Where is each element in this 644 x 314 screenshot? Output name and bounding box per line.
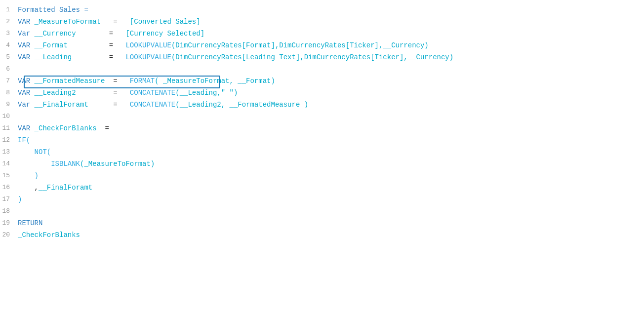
code-token: ( _MeasureToFormat, __Format) bbox=[155, 75, 275, 87]
line-content: NOT( bbox=[18, 146, 642, 158]
line-content: RETURN bbox=[18, 217, 642, 229]
code-line: 15 ) bbox=[0, 170, 644, 182]
code-line: 20_CheckForBlanks bbox=[0, 229, 644, 241]
line-content: VAR __FormatedMeasure = FORMAT( _Measure… bbox=[18, 75, 642, 87]
code-token: _MeasureToFormat bbox=[35, 16, 101, 28]
code-line: 14 ISBLANK(_MeasureToFormat) bbox=[0, 158, 644, 170]
code-line: 11VAR _CheckForBlanks = bbox=[0, 122, 644, 134]
code-line: 18 bbox=[0, 205, 644, 217]
line-number: 12 bbox=[2, 134, 18, 146]
code-token: FORMAT bbox=[130, 75, 155, 87]
code-token: __Leading2 bbox=[35, 87, 76, 99]
code-token: (DimCurrencyRates[Format],DimCurrencyRat… bbox=[171, 39, 429, 51]
code-token: = bbox=[105, 75, 129, 87]
code-token: CONCATENATE bbox=[130, 87, 175, 99]
code-token: Var bbox=[18, 99, 35, 111]
code-token: _CheckForBlanks bbox=[35, 122, 97, 134]
code-token: = bbox=[101, 16, 130, 28]
line-content: Formatted Sales = bbox=[18, 4, 642, 16]
line-content: VAR __Format = LOOKUPVALUE(DimCurrencyRa… bbox=[18, 39, 642, 51]
code-token: RETURN bbox=[18, 217, 42, 229]
code-line: 19RETURN bbox=[0, 217, 644, 229]
code-token: CONCATENATE bbox=[130, 99, 175, 111]
code-line: 6 bbox=[0, 63, 644, 75]
code-line: 10 bbox=[0, 111, 644, 122]
line-content: ,__FinalForamt bbox=[18, 182, 642, 194]
code-token: = bbox=[72, 51, 125, 63]
line-content: Var __FinalForamt = CONCATENATE(__Leadin… bbox=[18, 99, 642, 111]
code-token: (DimCurrencyRates[Leading Text],DimCurre… bbox=[171, 51, 453, 63]
line-number: 14 bbox=[2, 158, 18, 170]
code-token: IF( bbox=[18, 134, 30, 146]
code-token: [Currency Selected] bbox=[125, 28, 204, 39]
line-number: 11 bbox=[2, 122, 18, 134]
code-token: NOT( bbox=[18, 146, 51, 158]
code-line: 9Var __FinalForamt = CONCATENATE(__Leadi… bbox=[0, 99, 644, 111]
line-content: ) bbox=[18, 194, 642, 205]
code-line: 13 NOT( bbox=[0, 146, 644, 158]
code-line: 1Formatted Sales = bbox=[0, 4, 644, 16]
line-content: VAR _CheckForBlanks = bbox=[18, 122, 642, 134]
code-line: 16 ,__FinalForamt bbox=[0, 182, 644, 194]
code-token: VAR bbox=[18, 39, 35, 51]
code-token: VAR bbox=[18, 75, 35, 87]
code-token: = bbox=[76, 87, 130, 99]
code-token: __Currency bbox=[35, 28, 76, 39]
code-token: VAR bbox=[18, 122, 35, 134]
code-token: = bbox=[76, 28, 126, 39]
line-number: 10 bbox=[2, 111, 18, 122]
line-number: 18 bbox=[2, 205, 18, 217]
code-token: = bbox=[97, 122, 109, 134]
line-number: 17 bbox=[2, 194, 18, 205]
code-token: (__Leading," ") bbox=[175, 87, 238, 99]
code-token: LOOKUPVALUE bbox=[125, 39, 171, 51]
line-content: VAR __Leading2 = CONCATENATE(__Leading,"… bbox=[18, 87, 642, 99]
code-line: 17) bbox=[0, 194, 644, 205]
code-token: = bbox=[88, 99, 130, 111]
line-content: Var __Currency = [Currency Selected] bbox=[18, 28, 642, 39]
line-number: 15 bbox=[2, 170, 18, 182]
code-line: 12IF( bbox=[0, 134, 644, 146]
code-token: VAR bbox=[18, 16, 35, 28]
code-line: 2VAR _MeasureToFormat = [Converted Sales… bbox=[0, 16, 644, 28]
line-content: VAR _MeasureToFormat = [Converted Sales] bbox=[18, 16, 642, 28]
line-content: VAR __Leading = LOOKUPVALUE(DimCurrencyR… bbox=[18, 51, 642, 63]
line-number: 20 bbox=[2, 229, 18, 241]
code-token: (__Leading2, __FormatedMeasure ) bbox=[175, 99, 308, 111]
line-content: ) bbox=[18, 170, 642, 182]
code-token: , bbox=[18, 182, 39, 194]
code-token: ) bbox=[18, 170, 39, 182]
line-number: 9 bbox=[2, 99, 18, 111]
line-number: 8 bbox=[2, 87, 18, 99]
code-line: 7VAR __FormatedMeasure = FORMAT( _Measur… bbox=[0, 75, 644, 87]
code-token: VAR bbox=[18, 87, 35, 99]
code-token: (_MeasureToFormat) bbox=[80, 158, 155, 170]
line-content: IF( bbox=[18, 134, 642, 146]
line-content: _CheckForBlanks bbox=[18, 229, 642, 241]
code-token: [Converted Sales] bbox=[130, 16, 201, 28]
code-token: ) bbox=[18, 194, 22, 205]
code-token: LOOKUPVALUE bbox=[125, 51, 171, 63]
line-number: 7 bbox=[2, 75, 18, 87]
code-token: = bbox=[68, 39, 126, 51]
code-token: __Leading bbox=[35, 51, 72, 63]
code-line: 5VAR __Leading = LOOKUPVALUE(DimCurrency… bbox=[0, 51, 644, 63]
code-line: 8VAR __Leading2 = CONCATENATE(__Leading,… bbox=[0, 87, 644, 99]
code-token: _CheckForBlanks bbox=[18, 229, 80, 241]
code-token: __FinalForamt bbox=[39, 182, 92, 194]
line-number: 1 bbox=[2, 4, 18, 16]
code-editor: 1Formatted Sales =2VAR _MeasureToFormat … bbox=[0, 0, 644, 314]
code-token: __Format bbox=[35, 39, 68, 51]
line-content: ISBLANK(_MeasureToFormat) bbox=[18, 158, 642, 170]
code-token: ISBLANK bbox=[18, 158, 80, 170]
line-number: 3 bbox=[2, 28, 18, 39]
code-line: 4VAR __Format = LOOKUPVALUE(DimCurrencyR… bbox=[0, 39, 644, 51]
line-number: 2 bbox=[2, 16, 18, 28]
line-number: 19 bbox=[2, 217, 18, 229]
code-token: Formatted Sales = bbox=[18, 4, 88, 16]
line-number: 5 bbox=[2, 51, 18, 63]
line-number: 13 bbox=[2, 146, 18, 158]
code-token: Var bbox=[18, 28, 35, 39]
line-number: 4 bbox=[2, 39, 18, 51]
code-token: __FormatedMeasure bbox=[35, 75, 105, 87]
